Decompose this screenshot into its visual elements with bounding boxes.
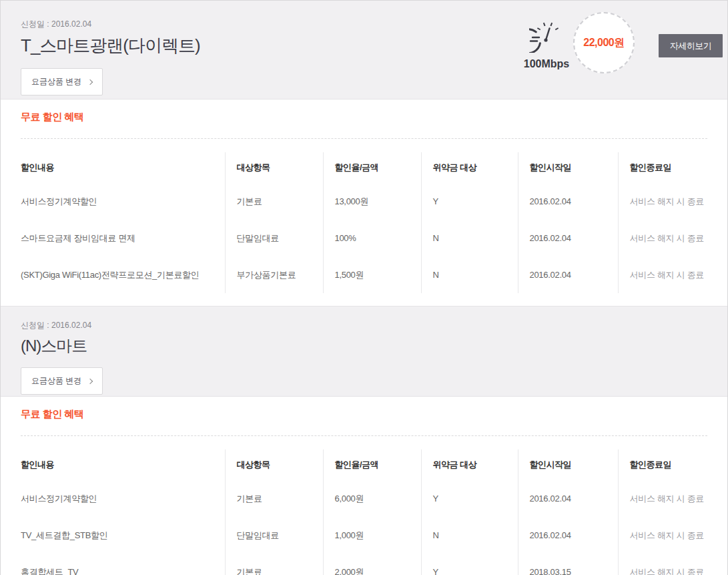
cell-target: 기본료 [225, 480, 323, 517]
cell-penalty: N [421, 517, 518, 554]
section-title: 무료 할인 혜택 [21, 110, 707, 124]
col-header: 할인시작일 [518, 152, 618, 183]
cell-target: 부가상품기본료 [225, 256, 323, 293]
cell-target: 기본료 [225, 183, 323, 220]
cell-discount-name: 서비스정기계약할인 [21, 480, 225, 517]
col-header: 위약금 대상 [421, 449, 518, 480]
table-row: 서비스정기계약할인 기본료 6,000원 Y 2016.02.04 서비스 해지… [21, 480, 709, 517]
cell-end-date: 서비스 해지 시 종료 [618, 554, 709, 575]
cell-amount: 1,500원 [323, 256, 421, 293]
speed-value: 100Mbps [518, 58, 575, 70]
cell-amount: 1,000원 [323, 517, 421, 554]
change-plan-label: 요금상품 변경 [31, 375, 81, 387]
col-header: 할인종료일 [618, 152, 709, 183]
col-header: 할인율/금액 [323, 152, 421, 183]
cell-amount: 2,000원 [323, 554, 421, 575]
change-plan-button[interactable]: 요금상품 변경 [21, 68, 103, 95]
table-row: 스마트요금제 장비임대료 면제 단말임대료 100% N 2016.02.04 … [21, 220, 709, 256]
cell-target: 단말임대료 [225, 517, 323, 554]
chevron-right-icon [87, 79, 93, 84]
cell-end-date: 서비스 해지 시 종료 [618, 220, 709, 256]
col-header: 할인내용 [21, 152, 225, 183]
speedometer-icon [529, 43, 564, 55]
cell-end-date: 서비스 해지 시 종료 [618, 480, 709, 517]
table-header-row: 할인내용 대상항목 할인율/금액 위약금 대상 할인시작일 할인종료일 [21, 152, 709, 183]
cell-amount: 13,000원 [323, 183, 421, 220]
detail-view-button[interactable]: 자세히보기 [659, 34, 723, 57]
discount-table-1: 할인내용 대상항목 할인율/금액 위약금 대상 할인시작일 할인종료일 서비스정… [21, 152, 709, 293]
table-row: TV_세트결합_STB할인 단말임대료 1,000원 N 2016.02.04 … [21, 517, 709, 554]
dashed-divider [21, 138, 707, 139]
col-header: 할인시작일 [518, 449, 618, 480]
cell-start-date: 2016.02.04 [518, 183, 618, 220]
cell-penalty: Y [421, 183, 518, 220]
discount-section-1: 무료 할인 혜택 할인내용 대상항목 할인율/금액 위약금 대상 할인시작일 할… [1, 100, 727, 306]
col-header: 대상항목 [225, 449, 323, 480]
col-header: 할인율/금액 [323, 449, 421, 480]
cell-start-date: 2016.02.04 [518, 517, 618, 554]
product-header-1: 신청일 : 2016.02.04 T_스마트광랜(다이렉트) 요금상품 변경 1… [1, 1, 727, 100]
cell-discount-name: (SKT)Giga WiFi(11ac)전략프로모션_기본료할인 [21, 256, 225, 293]
section-title: 무료 할인 혜택 [21, 407, 707, 421]
change-plan-label: 요금상품 변경 [31, 76, 81, 87]
discount-table-2: 할인내용 대상항목 할인율/금액 위약금 대상 할인시작일 할인종료일 서비스정… [21, 449, 709, 575]
apply-date: 신청일 : 2016.02.04 [21, 320, 707, 331]
dashed-divider [21, 435, 707, 436]
price-circle: 22,000원 [573, 12, 635, 73]
cell-target: 단말임대료 [225, 220, 323, 256]
cell-amount: 100% [323, 220, 421, 256]
cell-discount-name: TV_세트결합_STB할인 [21, 517, 225, 554]
col-header: 할인종료일 [618, 449, 709, 480]
discount-section-2: 무료 할인 혜택 할인내용 대상항목 할인율/금액 위약금 대상 할인시작일 할… [1, 397, 727, 575]
col-header: 할인내용 [21, 449, 225, 480]
col-header: 위약금 대상 [421, 152, 518, 183]
cell-end-date: 서비스 해지 시 종료 [618, 256, 709, 293]
cell-penalty: Y [421, 554, 518, 575]
cell-end-date: 서비스 해지 시 종료 [618, 183, 709, 220]
cell-target: 기본료 [225, 554, 323, 575]
col-header: 대상항목 [225, 152, 323, 183]
table-header-row: 할인내용 대상항목 할인율/금액 위약금 대상 할인시작일 할인종료일 [21, 449, 709, 480]
change-plan-button[interactable]: 요금상품 변경 [21, 367, 103, 395]
table-row: 서비스정기계약할인 기본료 13,000원 Y 2016.02.04 서비스 해… [21, 183, 709, 220]
price-value: 22,000원 [583, 36, 624, 50]
cell-start-date: 2016.02.04 [518, 480, 618, 517]
table-row: (SKT)Giga WiFi(11ac)전략프로모션_기본료할인 부가상품기본료… [21, 256, 709, 293]
cell-discount-name: 서비스정기계약할인 [21, 183, 225, 220]
product-header-2: 신청일 : 2016.02.04 (N)스마트 요금상품 변경 [1, 306, 727, 397]
cell-penalty: N [421, 220, 518, 256]
cell-penalty: N [421, 256, 518, 293]
cell-start-date: 2016.02.04 [518, 256, 618, 293]
cell-discount-name: 홈결합세트_TV [21, 554, 225, 575]
product-name: (N)스마트 [21, 335, 707, 357]
cell-penalty: Y [421, 480, 518, 517]
cell-end-date: 서비스 해지 시 종료 [618, 517, 709, 554]
cell-amount: 6,000원 [323, 480, 421, 517]
cell-discount-name: 스마트요금제 장비임대료 면제 [21, 220, 225, 256]
cell-start-date: 2018.03.15 [518, 554, 618, 575]
speed-indicator: 100Mbps [518, 18, 575, 70]
table-row: 홈결합세트_TV 기본료 2,000원 Y 2018.03.15 서비스 해지 … [21, 554, 709, 575]
cell-start-date: 2016.02.04 [518, 220, 618, 256]
chevron-right-icon [87, 378, 93, 383]
